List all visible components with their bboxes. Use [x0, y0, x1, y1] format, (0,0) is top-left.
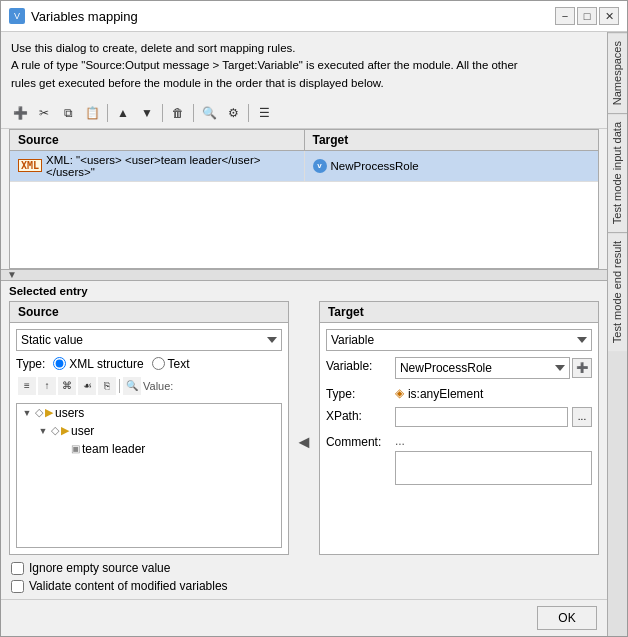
mapping-header: Source Target	[10, 130, 598, 151]
validate-content-checkbox-label[interactable]: Validate content of modified variables	[11, 579, 597, 593]
folder-icon-user: ▶	[61, 424, 69, 437]
splitter-arrow: ▼	[7, 269, 17, 280]
folder-icon-users: ▶	[45, 406, 53, 419]
target-panel-title: Target	[320, 302, 598, 323]
xml-structure-label: XML structure	[69, 357, 143, 371]
ignore-empty-checkbox-label[interactable]: Ignore empty source value	[11, 561, 597, 575]
panel-divider: ◄	[295, 301, 313, 555]
toolbar-separator-4	[248, 104, 249, 122]
settings-button[interactable]: ⚙	[222, 102, 244, 124]
toolbar-separator-1	[107, 104, 108, 122]
paste-button[interactable]: 📋	[81, 102, 103, 124]
search-button[interactable]: 🔍	[198, 102, 220, 124]
expand-teamleader	[57, 443, 69, 455]
expand-user[interactable]: ▼	[37, 425, 49, 437]
move-up-button[interactable]: ▲	[112, 102, 134, 124]
doc-icon-teamleader: ▣	[71, 443, 80, 454]
stb-btn-1[interactable]: ≡	[18, 377, 36, 395]
variable-field-label: Variable:	[326, 357, 391, 373]
stb-search[interactable]: 🔍	[123, 377, 141, 395]
delete-button[interactable]: 🗑	[167, 102, 189, 124]
xpath-input[interactable]	[395, 407, 568, 427]
ignore-empty-label: Ignore empty source value	[29, 561, 170, 575]
stb-btn-3[interactable]: ⌘	[58, 377, 76, 395]
toolbar-separator-3	[193, 104, 194, 122]
target-type-row: Variable	[326, 329, 592, 351]
source-type-dropdown[interactable]: Static value	[16, 329, 282, 351]
mapping-row[interactable]: XML XML: "<users> <user>team leader</use…	[10, 151, 598, 182]
test-mode-input-tab[interactable]: Test mode input data	[608, 113, 627, 232]
target-type-dropdown[interactable]: Variable	[326, 329, 592, 351]
stb-btn-4[interactable]: ☙	[78, 377, 96, 395]
text-radio-label[interactable]: Text	[152, 357, 190, 371]
minimize-button[interactable]: −	[555, 7, 575, 25]
target-panel-content: Variable Variable: NewProcessRole ➕	[320, 323, 598, 554]
diamond-icon-user: ◇	[51, 424, 59, 437]
new-button[interactable]: ➕	[9, 102, 31, 124]
stb-btn-5[interactable]: ⎘	[98, 377, 116, 395]
splitter[interactable]: ▼	[1, 269, 607, 281]
source-panel-content: Static value Type: XML structure	[10, 323, 288, 554]
info-line3: rules get executed before the module in …	[11, 75, 597, 92]
target-panel: Target Variable Variable:	[319, 301, 599, 555]
info-line1: Use this dialog to create, delete and so…	[11, 40, 597, 57]
namespaces-tab[interactable]: Namespaces	[608, 32, 627, 113]
cut-button[interactable]: ✂	[33, 102, 55, 124]
bottom-checkboxes: Ignore empty source value Validate conte…	[1, 555, 607, 599]
side-tabs: Namespaces Test mode input data Test mod…	[607, 32, 627, 636]
source-tree[interactable]: ▼ ◇ ▶ users ▼ ◇ ▶ user	[16, 403, 282, 548]
variable-dropdown[interactable]: NewProcessRole	[395, 357, 570, 379]
title-bar: V Variables mapping − □ ✕	[1, 1, 627, 32]
panel-arrow-icon: ◄	[295, 432, 313, 453]
maximize-button[interactable]: □	[577, 7, 597, 25]
source-radio-row: Type: XML structure Text	[16, 357, 282, 371]
info-line2: A rule of type "Source:Output message > …	[11, 57, 597, 74]
expand-users[interactable]: ▼	[21, 407, 33, 419]
xml-structure-radio[interactable]	[53, 357, 66, 370]
variable-dropdown-row: NewProcessRole ➕	[395, 357, 592, 379]
copy-button[interactable]: ⧉	[57, 102, 79, 124]
ignore-empty-checkbox[interactable]	[11, 562, 24, 575]
mapping-source-text: XML: "<users> <user>team leader</user> <…	[46, 154, 295, 178]
text-radio[interactable]	[152, 357, 165, 370]
comment-textarea[interactable]	[395, 451, 592, 485]
comment-label: Comment:	[326, 433, 391, 449]
mapping-source-cell: XML XML: "<users> <user>team leader</use…	[10, 151, 305, 181]
user-label: user	[71, 424, 94, 438]
more-button[interactable]: ☰	[253, 102, 275, 124]
teamleader-label: team leader	[82, 442, 145, 456]
info-text: Use this dialog to create, delete and so…	[1, 32, 607, 98]
comment-dots: ...	[395, 433, 592, 449]
variable-field-row: Variable: NewProcessRole ➕	[326, 357, 592, 379]
variable-new-button[interactable]: ➕	[572, 358, 592, 378]
xml-icon: XML	[18, 159, 42, 172]
mapping-table: Source Target XML XML: "<users> <user>te…	[9, 129, 599, 269]
close-button[interactable]: ✕	[599, 7, 619, 25]
tree-node-user[interactable]: ▼ ◇ ▶ user	[17, 422, 281, 440]
window-icon: V	[9, 8, 25, 24]
diamond-type-icon: ◈	[395, 386, 404, 400]
variables-mapping-dialog: V Variables mapping − □ ✕ Use this dialo…	[0, 0, 628, 637]
title-controls: − □ ✕	[555, 7, 619, 25]
target-header: Target	[305, 130, 599, 150]
footer: OK	[1, 599, 607, 636]
window-title: Variables mapping	[31, 9, 549, 24]
validate-content-checkbox[interactable]	[11, 580, 24, 593]
xml-structure-radio-label[interactable]: XML structure	[53, 357, 143, 371]
stb-btn-2[interactable]: ↑	[38, 377, 56, 395]
users-label: users	[55, 406, 84, 420]
xpath-browse-button[interactable]: ...	[572, 407, 592, 427]
source-header: Source	[10, 130, 305, 150]
type-field-row: Type: ◈ is:anyElement	[326, 385, 592, 401]
diamond-icon-users: ◇	[35, 406, 43, 419]
validate-content-label: Validate content of modified variables	[29, 579, 228, 593]
move-down-button[interactable]: ▼	[136, 102, 158, 124]
variable-icon: v	[313, 159, 327, 173]
text-label: Text	[168, 357, 190, 371]
tree-node-users[interactable]: ▼ ◇ ▶ users	[17, 404, 281, 422]
ok-button[interactable]: OK	[537, 606, 597, 630]
mapping-toolbar: ➕ ✂ ⧉ 📋 ▲ ▼ 🗑 🔍 ⚙ ☰	[1, 98, 607, 129]
value-label: Value:	[143, 380, 173, 392]
test-mode-result-tab[interactable]: Test mode end result	[608, 232, 627, 351]
tree-node-teamleader[interactable]: ▣ team leader	[17, 440, 281, 458]
